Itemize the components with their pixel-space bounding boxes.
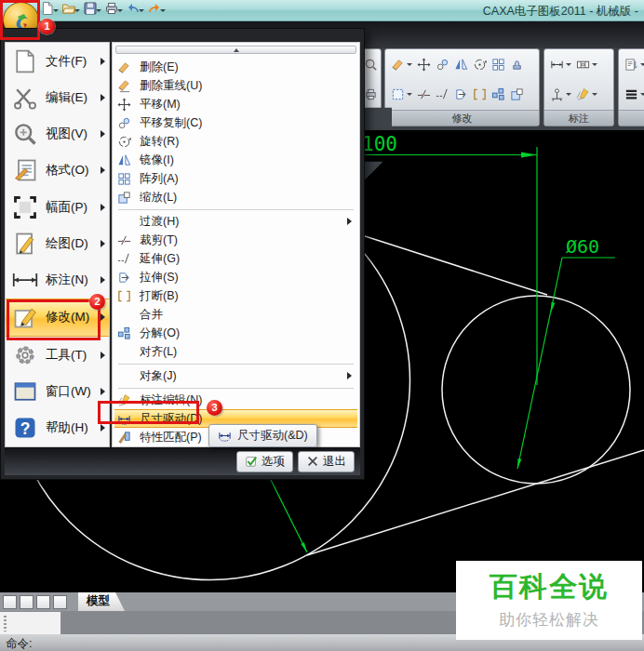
qat-button[interactable] xyxy=(84,2,101,19)
menu-item[interactable]: 工具(T) xyxy=(6,337,109,373)
submenu-item[interactable]: 裁剪(T) xyxy=(114,231,357,249)
submenu-item[interactable]: 分解(O) xyxy=(114,324,357,342)
submenu-item[interactable]: 删除重线(U) xyxy=(114,76,357,95)
submenu-item[interactable]: 镜像(I) xyxy=(114,151,357,169)
submenu-items: 删除(E) 删除重线(U) 平移(M) 平移复制(C) xyxy=(114,58,357,446)
eraser2-icon xyxy=(117,79,131,93)
watermark-subtitle: 助你轻松解决 xyxy=(456,609,642,631)
submenu-item[interactable]: 打断(B) xyxy=(114,286,357,305)
dim-d60-end-arrow xyxy=(517,458,521,469)
qat-button[interactable] xyxy=(62,2,79,19)
ribbon-button[interactable] xyxy=(575,86,598,104)
exit-button[interactable]: 退出 xyxy=(298,451,355,472)
submenu-arrow-icon xyxy=(101,166,105,174)
thick-lines-icon xyxy=(624,87,638,101)
menu-item[interactable]: 文件(F) xyxy=(6,43,109,79)
match-icon xyxy=(117,431,131,445)
dim-d60-arrow xyxy=(551,302,555,312)
separator xyxy=(118,386,354,389)
trim-icon xyxy=(117,233,131,247)
array-icon xyxy=(117,172,131,186)
submenu-item[interactable]: 删除(E) xyxy=(114,58,357,76)
annotation-box-step1 xyxy=(0,0,40,40)
menu-item[interactable]: 标注(N) xyxy=(6,262,109,299)
menu-left-column: 文件(F) 编辑(E) 视图(V) 格式(O) xyxy=(5,42,110,447)
scale-icon xyxy=(510,87,524,101)
dim-100-arrow xyxy=(521,153,537,158)
dimension-icon xyxy=(12,267,38,293)
submenu-arrow-icon xyxy=(347,372,352,379)
submenu-item[interactable]: 平移复制(C) xyxy=(114,113,357,132)
submenu-item[interactable]: 合并 xyxy=(114,305,357,324)
paragraph-icon xyxy=(624,58,638,72)
copy-icon xyxy=(117,116,131,130)
submenu-arrow-icon xyxy=(101,424,105,432)
sheet-nav-button[interactable] xyxy=(20,595,34,609)
dropdown-arrow-icon[interactable] xyxy=(160,9,166,12)
submenu-item[interactable]: 旋转(R) xyxy=(114,132,357,151)
command-grip-box[interactable] xyxy=(0,611,61,635)
qat-button[interactable] xyxy=(41,2,58,19)
ribbon-button[interactable] xyxy=(624,86,644,104)
sheet-nav-button[interactable] xyxy=(53,595,67,609)
menu-item[interactable]: 视图(V) xyxy=(6,116,109,153)
menu-item[interactable]: 编辑(E) xyxy=(6,79,109,115)
submenu-item[interactable]: 阵列(A) xyxy=(114,169,357,188)
ribbon-button[interactable] xyxy=(549,86,572,104)
submenu-item[interactable]: 对象(J) xyxy=(114,366,357,385)
submenu-item[interactable]: 拉伸(S) xyxy=(114,268,357,286)
ribbon-panel-annotate: 标注 xyxy=(543,48,614,126)
ribbon-button[interactable] xyxy=(509,55,525,73)
separator xyxy=(118,207,354,210)
submenu-item[interactable]: 缩放(L) xyxy=(114,188,357,206)
scroll-up-icon xyxy=(234,48,239,52)
sheet-nav-button[interactable] xyxy=(3,595,17,609)
ribbon-button[interactable] xyxy=(509,86,525,104)
submenu-item[interactable]: 对齐(L) xyxy=(114,342,357,361)
submenu-item[interactable]: 延伸(G) xyxy=(114,249,357,268)
submenu-scroll-up-button[interactable] xyxy=(115,46,356,54)
help-icon: ? xyxy=(12,415,38,441)
separator xyxy=(118,362,354,365)
modify-submenu: 删除(E) 删除重线(U) 平移(M) 平移复制(C) xyxy=(112,42,360,447)
caxa-window: CAXA电子图板2011 - 机械版 - 修改 xyxy=(0,0,644,651)
dropdown-arrow-icon[interactable] xyxy=(74,9,80,12)
qat-button[interactable] xyxy=(127,2,143,19)
menu-item[interactable]: 窗口(W) xyxy=(6,373,109,409)
qat-button[interactable] xyxy=(148,2,165,19)
ribbon-button[interactable] xyxy=(490,55,506,73)
options-button[interactable]: 选项 xyxy=(236,451,293,472)
draw-pencil-icon xyxy=(12,231,38,257)
dropdown-arrow-icon xyxy=(592,63,597,66)
ribbon-button[interactable] xyxy=(624,55,644,73)
dropdown-arrow-icon[interactable] xyxy=(139,9,144,12)
dimension-drive-tooltip: 尺寸驱动(&D) xyxy=(208,424,317,447)
submenu-item[interactable]: 平移(M) xyxy=(114,95,357,113)
sheet-nav-button[interactable] xyxy=(36,595,50,609)
ribbon-button[interactable] xyxy=(549,55,572,73)
file-icon xyxy=(12,48,38,74)
model-tab[interactable]: 模型 xyxy=(78,592,125,611)
scale-icon xyxy=(117,191,131,205)
menu-item[interactable]: 幅面(P) xyxy=(6,189,109,225)
dropdown-arrow-icon[interactable] xyxy=(96,9,101,12)
dropdown-arrow-icon[interactable] xyxy=(53,9,59,12)
stretch-icon xyxy=(117,271,131,285)
menu-item[interactable]: ? 帮助(H) xyxy=(6,410,109,446)
ribbon-button[interactable] xyxy=(490,86,506,104)
dropdown-arrow-icon xyxy=(566,63,571,66)
menu-item[interactable]: 格式(O) xyxy=(6,153,109,189)
sheet-icon xyxy=(12,194,38,220)
submenu-item[interactable]: 过渡(H) xyxy=(114,212,357,231)
rotate-icon xyxy=(473,58,487,72)
ribbon-button[interactable] xyxy=(575,55,598,73)
rotate-icon xyxy=(117,135,131,149)
ribbon-panel-label-annotate[interactable]: 标注 xyxy=(544,110,613,126)
svg-text:?: ? xyxy=(20,419,31,438)
dropdown-arrow-icon[interactable] xyxy=(117,9,123,12)
ribbon-button[interactable] xyxy=(472,86,488,104)
ribbon-button[interactable] xyxy=(472,55,488,73)
view-magnifier-icon xyxy=(12,121,38,147)
menu-item[interactable]: 绘图(D) xyxy=(6,225,109,261)
qat-button[interactable] xyxy=(105,2,122,19)
